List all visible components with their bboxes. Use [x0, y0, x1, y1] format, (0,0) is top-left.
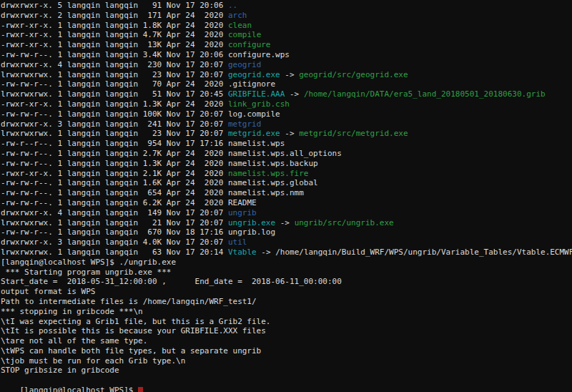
file-row: -rw-rw-r--. 1 langqin langqin 6.2K Apr 2… — [1, 198, 572, 208]
file-name: geogrid — [228, 60, 261, 69]
file-meta: -rwxr-xr-x. 1 langqin langqin 1.8K Apr 2… — [1, 21, 228, 30]
file-row: lrwxrwxrwx. 1 langqin langqin 23 Nov 17 … — [1, 129, 572, 139]
file-name: ungrib.exe — [228, 218, 275, 227]
output-line: [langqin@localhost WPS]$ ./ungrib.exe — [1, 258, 572, 268]
file-meta: lrwxrwxrwx. 1 langqin langqin 23 Nov 17 … — [1, 70, 228, 79]
file-name: clean — [228, 21, 252, 30]
file-name: GRIBFILE.AAA — [228, 89, 285, 99]
output-line: \tare not all of the same type. — [1, 336, 572, 346]
file-meta: -rw-rw-r--. 1 langqin langqin 654 Apr 24… — [1, 188, 228, 197]
file-meta: -rwxr-xr-x. 1 langqin langqin 13K Apr 24… — [1, 40, 228, 49]
terminal-cursor[interactable] — [138, 387, 143, 392]
symlink-arrow: -> — [275, 218, 295, 227]
file-name: namelist.wps.global — [228, 178, 318, 187]
file-name: ungrib.log — [228, 227, 275, 237]
file-row: -rw-rw-r--. 1 langqin langqin 654 Apr 24… — [1, 188, 572, 198]
file-name: .. — [228, 1, 237, 10]
file-row: -rw-rw-r--. 1 langqin langqin 670 Nov 18… — [1, 227, 572, 237]
output-line: Path to intermediate files is /home/lang… — [1, 297, 572, 307]
file-meta: -rw-rw-r--. 1 langqin langqin 3.4K Nov 1… — [1, 50, 228, 59]
file-row: lrwxrwxrwx. 1 langqin langqin 63 Nov 17 … — [1, 248, 572, 258]
file-row: lrwxrwxrwx. 1 langqin langqin 51 Nov 17 … — [1, 89, 572, 99]
file-row: -rwxr-xr-x. 1 langqin langqin 1.3K Apr 2… — [1, 99, 572, 109]
output-line: \tIt is possible this is because your GR… — [1, 326, 572, 336]
file-name: arch — [228, 11, 247, 20]
terminal-screen: { "terminal": { "colors": { "background"… — [0, 0, 572, 392]
file-name: namelist.wps.backup — [228, 159, 318, 168]
file-name: namelist.wps.fire — [228, 169, 309, 178]
output-line: STOP gribsize in gribcode — [1, 366, 572, 376]
file-meta: lrwxrwxrwx. 1 langqin langqin 23 Nov 17 … — [1, 129, 228, 138]
file-row: -rwxr-xr-x. 1 langqin langqin 13K Apr 24… — [1, 40, 572, 50]
output-line: *** Starting program ungrib.exe *** — [1, 268, 572, 278]
file-meta: -rw-rw-r--. 1 langqin langqin 2.7K Apr 2… — [1, 149, 228, 158]
file-meta: drwxrwxr-x. 3 langqin langqin 241 Nov 17… — [1, 119, 228, 129]
file-meta: -rwxr-xr-x. 1 langqin langqin 1.3K Apr 2… — [1, 99, 228, 109]
symlink-arrow: -> — [280, 70, 300, 79]
file-meta: -rw-rw-r--. 1 langqin langqin 100K Nov 1… — [1, 109, 228, 119]
file-name: configure — [228, 40, 271, 49]
symlink-arrow: -> — [280, 129, 300, 138]
program-output: [langqin@localhost WPS]$ ./ungrib.exe **… — [1, 258, 572, 376]
file-meta: -rw-rw-r--. 1 langqin langqin 70 Apr 24 … — [1, 79, 228, 89]
file-name: metgrid.exe — [228, 129, 280, 138]
ls-output: drwxrwxr-x. 5 langqin langqin 91 Nov 17 … — [1, 1, 572, 258]
file-name: namelist.wps — [228, 139, 285, 148]
output-line: \tjob must be run for each Grib type.\n — [1, 356, 572, 366]
output-line: \tI was expecting a Grib1 file, but this… — [1, 317, 572, 327]
file-name: compile — [228, 30, 261, 39]
file-row: -rw-rw-r--. 1 langqin langqin 1.3K Apr 2… — [1, 159, 572, 169]
file-row: -rw-r--r--. 1 langqin langqin 954 Nov 17… — [1, 139, 572, 149]
file-row: -rwxr-xr-x. 1 langqin langqin 4.7K Apr 2… — [1, 30, 572, 40]
file-meta: -rw-r--r--. 1 langqin langqin 954 Nov 17… — [1, 139, 228, 148]
file-name: configure.wps — [228, 50, 290, 59]
file-meta: -rwxr-xr-x. 1 langqin langqin 2.1K Apr 2… — [1, 169, 228, 178]
prompt-line: [langqin@localhost WPS]$ — [1, 376, 572, 386]
file-row: -rw-rw-r--. 1 langqin langqin 1.6K Apr 2… — [1, 178, 572, 188]
output-line: output format is WPS — [1, 287, 572, 297]
file-row: drwxrwxr-x. 5 langqin langqin 91 Nov 17 … — [1, 1, 572, 11]
symlink-target: /home/langqin/Build_WRF/WPS/ungrib/Varia… — [275, 248, 572, 257]
file-meta: drwxrwxr-x. 2 langqin langqin 171 Apr 24… — [1, 11, 228, 20]
output-line: *** stopping in gribcode ***\n — [1, 307, 572, 317]
file-row: -rw-rw-r--. 1 langqin langqin 70 Apr 24 … — [1, 79, 572, 89]
file-name: README — [228, 198, 257, 207]
file-meta: drwxrwxr-x. 4 langqin langqin 230 Nov 17… — [1, 60, 228, 69]
file-meta: -rw-rw-r--. 1 langqin langqin 1.6K Apr 2… — [1, 178, 228, 187]
file-meta: lrwxrwxrwx. 1 langqin langqin 63 Nov 17 … — [1, 248, 228, 257]
file-row: drwxrwxr-x. 2 langqin langqin 171 Apr 24… — [1, 11, 572, 21]
file-name: link_grib.csh — [228, 99, 290, 109]
symlink-target: ungrib/src/ungrib.exe — [295, 218, 394, 227]
output-line: Start_date = 2018-05-31_12:00:00 , End_d… — [1, 277, 572, 287]
file-meta: -rwxr-xr-x. 1 langqin langqin 4.7K Apr 2… — [1, 30, 228, 39]
file-row: lrwxrwxrwx. 1 langqin langqin 21 Nov 17 … — [1, 218, 572, 228]
file-name: metgrid — [228, 119, 261, 129]
symlink-target: /home/langqin/DATA/era5_land_20180501_20… — [304, 89, 546, 99]
file-meta: -rw-rw-r--. 1 langqin langqin 1.3K Apr 2… — [1, 159, 228, 168]
file-meta: drwxrwxr-x. 4 langqin langqin 149 Nov 17… — [1, 208, 228, 217]
terminal-window[interactable]: drwxrwxr-x. 5 langqin langqin 91 Nov 17 … — [0, 0, 572, 392]
file-row: drwxrwxr-x. 3 langqin langqin 4.0K Nov 1… — [1, 237, 572, 248]
file-meta: drwxrwxr-x. 5 langqin langqin 91 Nov 17 … — [1, 1, 228, 10]
symlink-target: geogrid/src/geogrid.exe — [299, 70, 408, 79]
file-name: ungrib — [228, 208, 257, 217]
file-row: drwxrwxr-x. 4 langqin langqin 230 Nov 17… — [1, 60, 572, 70]
file-name: util — [228, 237, 247, 247]
file-meta: lrwxrwxrwx. 1 langqin langqin 51 Nov 17 … — [1, 89, 228, 99]
file-row: -rw-rw-r--. 1 langqin langqin 3.4K Nov 1… — [1, 50, 572, 60]
file-row: -rw-rw-r--. 1 langqin langqin 100K Nov 1… — [1, 109, 572, 119]
output-line: \tWPS can handle both file types, but a … — [1, 346, 572, 356]
file-row: drwxrwxr-x. 4 langqin langqin 149 Nov 17… — [1, 208, 572, 218]
file-meta: -rw-rw-r--. 1 langqin langqin 6.2K Apr 2… — [1, 198, 228, 207]
file-name: Vtable — [228, 248, 257, 257]
file-name: geogrid.exe — [228, 70, 280, 79]
file-row: -rwxr-xr-x. 1 langqin langqin 2.1K Apr 2… — [1, 169, 572, 179]
file-name: log.compile — [228, 109, 280, 119]
symlink-arrow: -> — [257, 248, 276, 257]
file-row: drwxrwxr-x. 3 langqin langqin 241 Nov 17… — [1, 119, 572, 129]
file-name: namelist.wps.nmm — [228, 188, 304, 197]
file-meta: drwxrwxr-x. 3 langqin langqin 4.0K Nov 1… — [1, 237, 228, 247]
symlink-arrow: -> — [285, 89, 304, 99]
file-name: namelist.wps.all_options — [228, 149, 342, 158]
shell-prompt: [langqin@localhost WPS]$ — [20, 386, 139, 392]
